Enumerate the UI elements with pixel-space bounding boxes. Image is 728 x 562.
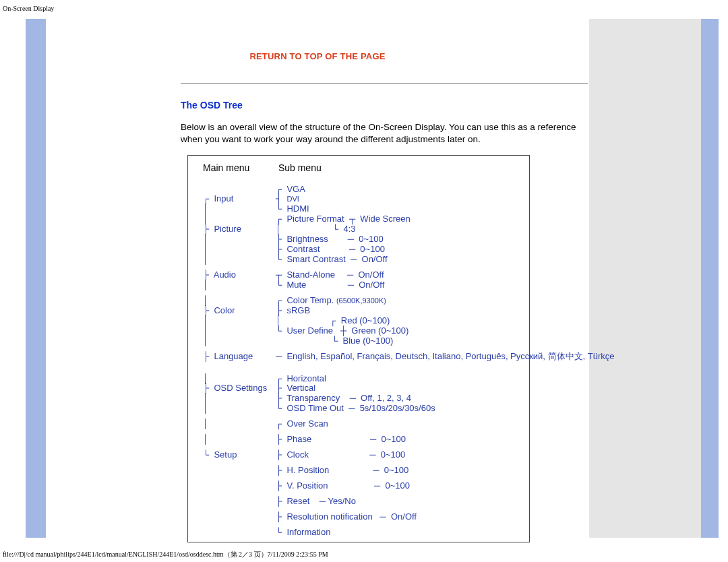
right-margin [589,19,701,538]
window-title: On-Screen Display [3,5,54,12]
osd-tree-diagram: Main menu Sub menu ┌ VGA ┌ Input┤ DVI │└… [187,155,530,542]
return-to-top-link[interactable]: RETURN TO TOP OF THE PAGE [46,51,589,61]
left-stripe [26,19,46,538]
right-stripe [701,19,719,538]
footer-path: file:///D|/cd manual/philips/244E1/lcd/m… [3,550,328,559]
content-area: RETURN TO TOP OF THE PAGE The OSD Tree B… [46,19,589,538]
section-heading: The OSD Tree [181,100,589,111]
sub-menu-header: Sub menu [278,162,322,173]
intro-paragraph: Below is an overall view of the structur… [181,121,578,146]
main-menu-header: Main menu [203,162,276,173]
divider [181,83,588,84]
